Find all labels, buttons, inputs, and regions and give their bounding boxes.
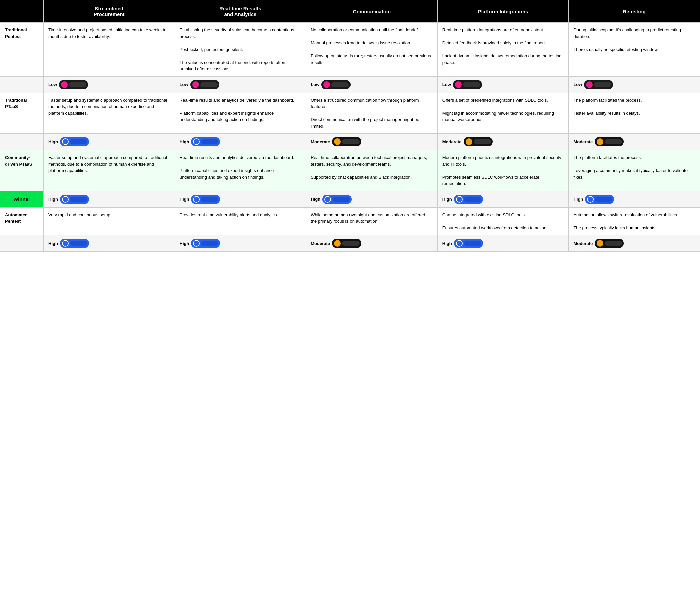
traditional-ptaas-retesting: The platform facilitates the process.Tes… <box>569 93 700 134</box>
traditional-ptaas-label: TraditionalPTaaS <box>0 93 44 134</box>
community-ptaas-analytics: Real-time results and analytics delivere… <box>175 150 306 191</box>
winner-row: Winner High High <box>0 191 700 207</box>
automated-pentest-rating-analytics: High <box>175 235 306 252</box>
traditional-ptaas-rating-analytics: High <box>175 134 306 150</box>
traditional-ptaas-procurement: Faster setup and systematic approach com… <box>44 93 175 134</box>
community-ptaas-retesting: The platform facilitates the process.Lev… <box>569 150 700 191</box>
automated-pentest-analytics: Provides real-time vulnerability alerts … <box>175 207 306 235</box>
automated-pentest-communication: While some human oversight and customiza… <box>306 207 437 235</box>
winner-label: Winner <box>0 191 44 207</box>
header-platform: Platform Integrations <box>437 0 569 23</box>
traditional-pentest-communication: No collaboration or communication until … <box>306 23 437 77</box>
community-ptaas-label: Community-driven PTaaS <box>0 150 44 191</box>
traditional-ptaas-rating-communication: Moderate <box>306 134 437 150</box>
traditional-pentest-rating-label-empty <box>0 76 44 93</box>
winner-rating-procurement: High <box>44 191 175 207</box>
automated-pentest-label: AutomatedPentest <box>0 207 44 235</box>
traditional-ptaas-rating-platform: Moderate <box>437 134 569 150</box>
header-retesting: Retesting <box>569 0 700 23</box>
community-ptaas-row: Community-driven PTaaS Faster setup and … <box>0 150 700 191</box>
traditional-pentest-rating-retesting: Low <box>569 76 700 93</box>
traditional-pentest-retesting: During initial scoping, it's challenging… <box>569 23 700 77</box>
traditional-ptaas-communication: Offers a structured communication flow t… <box>306 93 437 134</box>
traditional-pentest-procurement: Time-intensive and project-based, initia… <box>44 23 175 77</box>
header-empty <box>0 0 44 23</box>
automated-pentest-procurement: Very rapid and continuous setup. <box>44 207 175 235</box>
automated-pentest-retesting: Automation allows swift re-evaluation of… <box>569 207 700 235</box>
traditional-pentest-rating-platform: Low <box>437 76 569 93</box>
traditional-pentest-rating-row: Low Low Low <box>0 76 700 93</box>
header-analytics: Real-time Resultsand Analytics <box>175 0 306 23</box>
winner-rating-communication: High <box>306 191 437 207</box>
automated-pentest-rating-communication: Moderate <box>306 235 437 252</box>
traditional-pentest-row: TraditionalPentest Time-intensive and pr… <box>0 23 700 77</box>
traditional-ptaas-rating-row: High High Moderate <box>0 134 700 150</box>
winner-rating-retesting: High <box>569 191 700 207</box>
header-communication: Communication <box>306 0 437 23</box>
automated-pentest-rating-procurement: High <box>44 235 175 252</box>
community-ptaas-communication: Real-time collaboration between technica… <box>306 150 437 191</box>
traditional-pentest-analytics: Establishing the severity of vulns can b… <box>175 23 306 77</box>
traditional-ptaas-row: TraditionalPTaaS Faster setup and system… <box>0 93 700 134</box>
traditional-ptaas-rating-label-empty <box>0 134 44 150</box>
traditional-pentest-rating-procurement: Low <box>44 76 175 93</box>
traditional-ptaas-analytics: Real-time results and analytics delivere… <box>175 93 306 134</box>
community-ptaas-procurement: Faster setup and systematic approach com… <box>44 150 175 191</box>
header-procurement: StreamlinedProcurement <box>44 0 175 23</box>
automated-pentest-rating-label-empty <box>0 235 44 252</box>
header-row: StreamlinedProcurement Real-time Results… <box>0 0 700 23</box>
automated-pentest-row: AutomatedPentest Very rapid and continuo… <box>0 207 700 235</box>
comparison-table: StreamlinedProcurement Real-time Results… <box>0 0 700 252</box>
traditional-ptaas-rating-procurement: High <box>44 134 175 150</box>
winner-rating-platform: High <box>437 191 569 207</box>
traditional-pentest-rating-communication: Low <box>306 76 437 93</box>
automated-pentest-platform: Can be integrated with existing SDLC too… <box>437 207 569 235</box>
traditional-pentest-platform: Real-time platform integrations are ofte… <box>437 23 569 77</box>
automated-pentest-rating-retesting: Moderate <box>569 235 700 252</box>
traditional-pentest-label: TraditionalPentest <box>0 23 44 77</box>
traditional-pentest-rating-analytics: Low <box>175 76 306 93</box>
winner-rating-analytics: High <box>175 191 306 207</box>
community-ptaas-platform: Modern platform prioritizes integrations… <box>437 150 569 191</box>
traditional-ptaas-platform: Offers a set of predefined integrations … <box>437 93 569 134</box>
automated-pentest-rating-platform: High <box>437 235 569 252</box>
traditional-ptaas-rating-retesting: Moderate <box>569 134 700 150</box>
automated-pentest-rating-row: High High Moderate <box>0 235 700 252</box>
